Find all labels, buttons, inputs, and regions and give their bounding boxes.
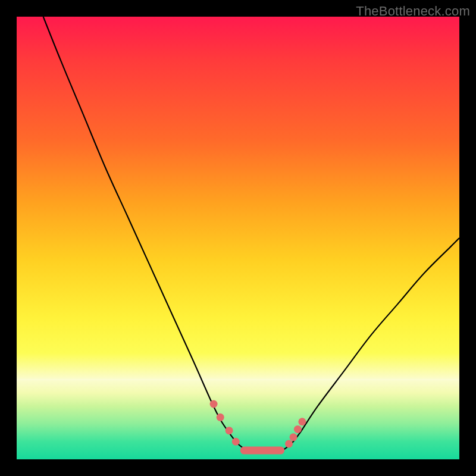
curve-right bbox=[282, 238, 459, 450]
marker-layer bbox=[210, 400, 306, 455]
data-marker bbox=[232, 438, 240, 446]
data-marker bbox=[226, 427, 233, 434]
curve-left bbox=[43, 17, 247, 450]
data-marker bbox=[285, 440, 293, 447]
data-marker bbox=[298, 418, 306, 425]
chart-frame: TheBottleneck.com bbox=[0, 0, 476, 476]
data-marker-run bbox=[240, 447, 284, 455]
data-marker bbox=[210, 400, 218, 408]
data-marker bbox=[217, 414, 224, 421]
data-marker bbox=[294, 425, 302, 433]
curve-layer bbox=[17, 17, 459, 459]
plot-area bbox=[17, 17, 459, 459]
data-marker bbox=[290, 433, 298, 441]
